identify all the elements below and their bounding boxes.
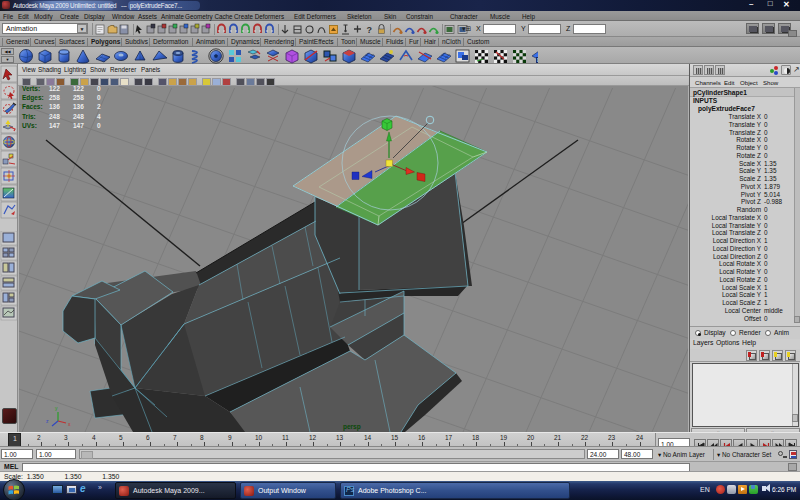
svg-text:DE: DE: [537, 57, 538, 63]
svg-text:UVs:: UVs:: [22, 122, 37, 129]
svg-text:2: 2: [97, 103, 101, 110]
svg-text:136: 136: [49, 103, 60, 110]
svg-text:248: 248: [73, 113, 84, 120]
svg-text:136: 136: [73, 103, 84, 110]
svg-text:0: 0: [97, 86, 101, 92]
svg-text:4: 4: [97, 113, 101, 120]
svg-text:Edges:: Edges:: [22, 94, 44, 102]
svg-text:122: 122: [73, 86, 84, 92]
svg-text:248: 248: [49, 113, 60, 120]
svg-text:147: 147: [49, 122, 60, 129]
svg-text:122: 122: [49, 86, 60, 92]
svg-text:persp: persp: [343, 423, 361, 431]
svg-text:258: 258: [49, 94, 60, 101]
svg-text:0: 0: [97, 94, 101, 101]
svg-text:Verts:: Verts:: [22, 86, 40, 92]
svg-text:?: ?: [367, 25, 373, 35]
svg-text:Tris:: Tris:: [22, 113, 36, 120]
svg-text:258: 258: [73, 94, 84, 101]
svg-text:147: 147: [73, 122, 84, 129]
svg-text:Faces:: Faces:: [22, 103, 43, 110]
svg-text:0: 0: [97, 122, 101, 129]
